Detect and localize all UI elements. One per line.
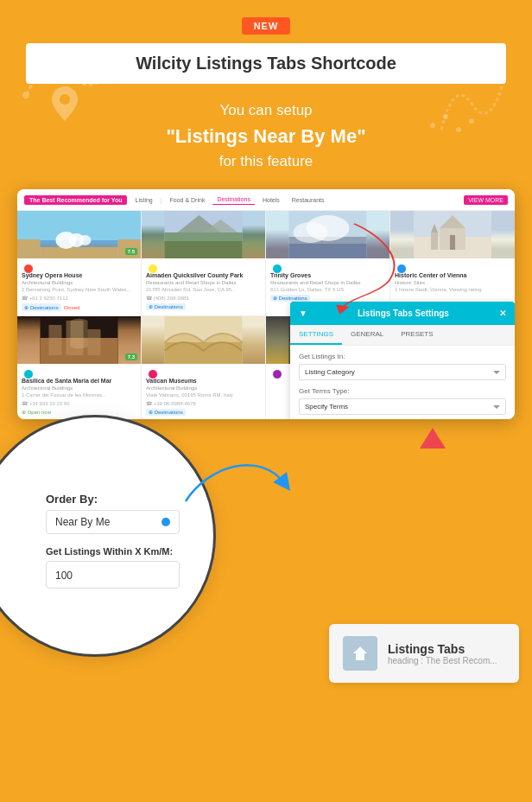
settings-header: ▼ Listings Tabs Settings ✕ [290,302,515,325]
svg-point-11 [79,235,92,245]
card-meta-vatican: ☎ +39 06-6988-4676 [146,400,261,406]
avatar-vatican [148,369,158,379]
card-image-trinity [266,211,390,258]
tab-destinations[interactable]: Destinations [212,194,255,205]
svg-point-20 [294,222,328,243]
listing-card-almaden[interactable]: Almaden Quicksilver County Park Restaura… [142,211,266,315]
widget-title: Listings Tabs [388,642,497,656]
settings-tabs: SETTINGS GENERAL PRESETS [290,325,515,346]
page-title: Wilcity Listings Tabs Shortcode [26,43,506,84]
tab-food[interactable]: Food & Drink [166,195,210,205]
header-area: Wilcity Listings Tabs Shortcode You can … [0,43,532,189]
circle-highlight: Order By: Near By Me Get Listings Within… [0,415,216,657]
listings-tabs-widget: Listings Tabs heading : The Best Recom..… [329,624,519,683]
card-image-sydney: 7.5 [17,211,141,258]
card-name-basilica: Basílica de Santa Maria del Mar [22,378,136,384]
card-address-basilica: 1 Carrer del Fossar de les Moreres... [22,392,136,398]
rating-badge: 7.5 [125,248,137,255]
widget-icon [343,636,377,671]
within-value: 100 [55,570,73,582]
rating-badge-basilica: 7.3 [125,353,137,360]
tab-hotels[interactable]: Hotels [258,195,284,205]
card-status-sydney: ⊕ Destinations Closed [22,303,136,311]
listing-card-trinity[interactable]: Trinity Groves Restaurants and Retail Sh… [266,211,390,315]
listing-card-vienna[interactable]: Historic Center of Vienna Historic Sites… [390,211,515,315]
near-by-me-dot [162,518,170,526]
settings-chevron-left[interactable]: ▼ [299,309,307,318]
card-status-almaden: ⊕ Destinations [146,303,261,309]
get-terms-label: Get Terms Type: [299,387,506,395]
card-category-trinity: Restaurants and Retail Shops in Dallas [270,280,385,285]
tab-presets[interactable]: PRESETS [392,325,441,345]
card-image-vienna [390,211,515,258]
card-body-trinity: Trinity Groves Restaurants and Retail Sh… [266,258,390,305]
bottom-section: Order By: Near By Me Get Listings Within… [0,415,532,709]
card-body-vienna: Historic Center of Vienna Historic Sites… [390,258,515,299]
card-address-almaden: 21785 Almaden Rd, San Jose, CA 95... [146,287,261,292]
order-by-input[interactable]: Near By Me [46,510,180,534]
listing-card-vatican[interactable]: Vatican Museums Architectural Buildings … [142,316,266,419]
card-address-sydney: 2 Bennelong Point, Sydney New South Wale… [22,287,136,292]
card-name-vienna: Historic Center of Vienna [395,272,510,278]
card-status-vatican: ⊕ Destinations [146,409,261,415]
card-image-almaden [142,211,265,258]
get-listings-select[interactable]: Listing Category [299,364,506,380]
tab-settings[interactable]: SETTINGS [290,325,342,345]
get-listings-label: Get Listings In: [299,353,506,360]
avatar-basilica [23,369,34,379]
widget-text: Listings Tabs heading : The Best Recom..… [388,642,497,665]
card-body-almaden: Almaden Quicksilver County Park Restaura… [142,258,265,314]
card-name-vatican: Vatican Museums [146,378,261,384]
triangle-annotation [420,428,446,452]
avatar-7 [272,369,282,379]
svg-rect-21 [289,244,367,258]
tab-listing[interactable]: Listing [130,195,156,205]
within-label: Get Listings Within X Km/M: [46,546,187,557]
card-body-vatican: Vatican Museums Architectural Buildings … [142,364,265,419]
avatar-almaden [148,264,158,274]
header-subtitle: You can setup "Listings Near By Me" for … [26,99,506,172]
order-by-label: Order By: [46,493,187,506]
card-address-vatican: Viale Vaticano, 00165 Roma RM, Italy [146,392,261,398]
avatar-vienna [396,264,407,274]
tab-general[interactable]: GENERAL [342,325,392,345]
card-category-vienna: Historic Sites [395,280,510,285]
get-terms-select[interactable]: Specify Terms [299,398,506,415]
listing-card-basilica[interactable]: 7.3 Basílica de Santa Maria del Mar Arch… [17,316,142,419]
order-by-section: Order By: Near By Me Get Listings Within… [46,493,187,589]
card-category-vatican: Architectural Buildings [146,385,261,391]
card-category-basilica: Architectural Buildings [22,385,136,391]
svg-rect-31 [49,325,62,355]
svg-marker-43 [353,646,367,660]
tab-pink[interactable]: The Best Recommended for You [24,195,127,205]
svg-rect-26 [450,235,455,250]
new-badge: NEW [0,0,532,35]
new-badge-text: NEW [242,17,291,35]
listing-card-sydney[interactable]: 7.5 Sydney Opera House Architectural Bui… [17,211,142,315]
settings-panel: ▼ Listings Tabs Settings ✕ SETTINGS GENE… [290,302,515,419]
card-status-basilica: ⊕ Open now [22,409,136,415]
card-image-basilica: 7.3 [17,316,141,364]
settings-close-icon[interactable]: ✕ [499,309,506,318]
svg-marker-42 [420,428,446,449]
svg-rect-27 [431,232,438,250]
svg-rect-33 [88,329,101,355]
card-status-trinity: ⊕ Destinations [270,295,385,301]
card-category-sydney: Architectural Buildings [22,280,136,285]
within-input[interactable]: 100 [46,561,180,589]
card-address-vienna: 1 Innere Stadt, Vienna, Viewing rating [395,287,510,292]
avatar-trinity [272,264,282,274]
card-image-vatican [142,316,265,364]
order-by-value: Near By Me [55,516,162,528]
card-body-sydney: Sydney Opera House Architectural Buildin… [17,258,141,315]
card-meta-basilica: ☎ +34 933 10 23 90 [22,400,136,406]
card-meta-almaden: ☎ (408) 268-3883 [146,295,261,301]
tab-restaurants[interactable]: Restaurants [288,195,329,205]
screenshot-container: The Best Recommended for You Listing | F… [17,189,515,419]
card-address-trinity: 611 Gulden Ln, Dallas, TX 5 US [270,287,385,292]
settings-title: Listings Tabs Settings [358,309,449,318]
card-name-trinity: Trinity Groves [270,272,385,278]
settings-body: Get Listings In: Listing Category Get Te… [290,346,515,419]
card-name-sydney: Sydney Opera House [22,272,136,278]
view-more-button[interactable]: VIEW MORE [464,195,508,205]
